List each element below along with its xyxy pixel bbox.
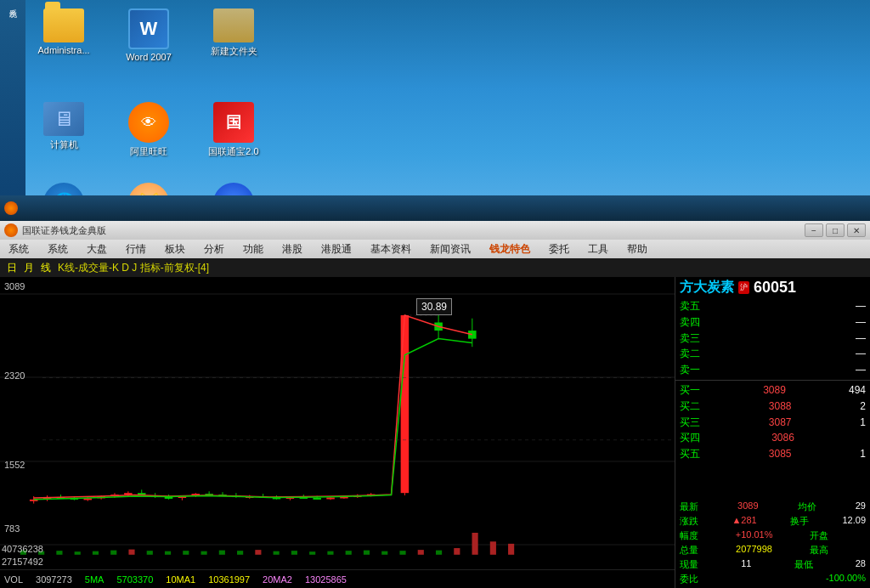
buy-five-label: 买五 — [680, 447, 700, 461]
ma10-label: 10MA1 — [166, 574, 195, 585]
menu-bankuai[interactable]: 板块 — [161, 240, 189, 258]
buy-three-row: 买三 3087 1 — [675, 415, 870, 431]
stat-cur-label: 现量 — [680, 558, 698, 571]
menu-xinwenzixun[interactable]: 新闻资讯 — [426, 240, 475, 258]
stat-open-label: 开盘 — [810, 529, 828, 542]
guolian-label: 国联通宝2.0 — [208, 145, 258, 158]
sell-three-price: — — [856, 331, 866, 346]
stat-avg-label: 均价 — [798, 500, 816, 513]
chart-toolbar: 日 月 线 K线-成交量-K D J 指标-前复权-[4] — [0, 258, 870, 277]
buy-three-price: 3087 — [769, 416, 792, 430]
admin-label: Administra... — [37, 45, 89, 55]
sell-one-price: — — [856, 363, 866, 377]
title-bar-text: 国联证券钱龙金典版 — [22, 224, 805, 237]
sell-four-price: — — [856, 315, 866, 330]
ma5-label: 5MA — [85, 574, 105, 585]
title-bar: 国联证券钱龙金典版 − □ ✕ — [0, 221, 870, 240]
menu-bangzhu[interactable]: 帮助 — [623, 240, 652, 258]
ma20-label: 20MA2 — [263, 574, 292, 585]
guolian-icon-img: 国 — [213, 102, 254, 143]
menu-dapan[interactable]: 大盘 — [82, 240, 111, 258]
stat-change-row: 涨跌 ▲281 换手 12.09 — [680, 514, 866, 529]
stat-latest-label: 最新 — [680, 500, 698, 513]
menu-qianlongtese[interactable]: 钱龙特色 — [485, 240, 534, 258]
sell-two-row: 卖二 — — [675, 346, 870, 362]
buy-three-qty: 1 — [860, 416, 866, 430]
stock-name: 方大炭素 — [680, 279, 734, 297]
stat-low-label: 最低 — [794, 558, 813, 571]
restore-button[interactable]: □ — [826, 223, 845, 237]
sell-three-row: 卖三 — — [675, 331, 870, 347]
stock-code: 60051 — [754, 279, 796, 297]
sell-two-price: — — [856, 347, 866, 361]
stats-section: 最新 3089 均价 29 涨跌 ▲281 换手 12.09 幅度 +10.01… — [675, 498, 870, 588]
y-val-bottom: 783 — [4, 523, 20, 534]
buy-five-row: 买五 3085 1 — [675, 446, 870, 462]
stock-badge: 沪 — [738, 281, 749, 294]
menu-jibenziliao[interactable]: 基本资料 — [366, 240, 415, 258]
new-folder-icon[interactable]: 新建文件夹 — [204, 8, 263, 62]
buy-one-price: 3089 — [763, 383, 786, 398]
stat-latest-row: 最新 3089 均价 29 — [680, 500, 866, 514]
menu-gongneng[interactable]: 功能 — [239, 240, 268, 258]
stat-weibi-label: 委比 — [680, 573, 698, 585]
icon-row-2: 🖥 计算机 👁 阿里旺旺 国 国联通宝2.0 — [34, 102, 263, 158]
menu-ganggu[interactable]: 港股 — [278, 240, 307, 258]
word-label: Word 2007 — [126, 52, 172, 62]
computer-icon[interactable]: 🖥 计算机 — [34, 102, 93, 158]
taskbar-left: 系统 — [0, 0, 25, 221]
menu-ganggutong[interactable]: 港股通 — [317, 240, 356, 258]
chart-area[interactable]: 3089 2320 1552 783 30.89 VOL 3097273 5MA… — [0, 277, 675, 588]
stat-cur-value: 11 — [741, 558, 751, 571]
admin-folder-icon[interactable]: Administra... — [34, 8, 93, 62]
y-val-2: 2320 — [4, 370, 25, 381]
menu-system1[interactable]: 系统 — [4, 240, 33, 258]
menu-system2[interactable]: 系统 — [43, 240, 72, 258]
menu-weituo[interactable]: 委托 — [545, 240, 573, 258]
computer-label: 计算机 — [50, 139, 78, 151]
minimize-button[interactable]: − — [805, 223, 823, 237]
stat-cur-row: 现量 11 最低 28 — [680, 557, 866, 572]
stat-turnover-label: 换手 — [790, 515, 809, 528]
sell-three-label: 卖三 — [680, 331, 700, 346]
period-day[interactable]: 日 — [7, 261, 17, 275]
word-2007-icon[interactable]: W Word 2007 — [119, 8, 178, 62]
stat-vol-value: 2077998 — [736, 544, 772, 557]
stat-pct-row: 幅度 +10.01% 开盘 — [680, 529, 866, 543]
stat-avg-value: 29 — [856, 500, 866, 513]
desktop-icons: Administra... W Word 2007 新建文件夹 — [34, 8, 263, 79]
stat-weibi-row: 委比 -100.00% — [680, 572, 866, 586]
word-icon-img: W — [128, 8, 169, 49]
stat-pct-label: 幅度 — [680, 529, 698, 542]
desktop: 系统 Administra... W Word 2007 新建文件夹 🖥 计算机 — [0, 0, 870, 221]
sell-one-row: 卖一 — — [675, 362, 870, 378]
line-type[interactable]: 线 — [41, 261, 51, 275]
icon-row-1: Administra... W Word 2007 新建文件夹 — [34, 8, 263, 62]
buy-two-price: 3088 — [769, 399, 792, 414]
menu-fenxi[interactable]: 分析 — [200, 240, 229, 258]
stat-change-label: 涨跌 — [680, 515, 698, 528]
aliwang-icon[interactable]: 👁 阿里旺旺 — [119, 102, 178, 158]
start-icon — [4, 201, 18, 215]
ma10-value: 10361997 — [208, 574, 250, 585]
vol-label: VOL — [4, 574, 23, 585]
stat-weibi-value: -100.00% — [826, 573, 866, 585]
close-button[interactable]: ✕ — [847, 223, 866, 237]
buy-one-label: 买一 — [680, 383, 700, 398]
stat-pct-value: +10.01% — [736, 529, 773, 542]
guolian-icon[interactable]: 国 国联通宝2.0 — [204, 102, 263, 158]
period-month[interactable]: 月 — [24, 261, 34, 275]
order-book: 卖五 — 卖四 — 卖三 — 卖二 — 卖一 — — [675, 298, 870, 498]
taskbar-bottom — [0, 195, 870, 221]
buy-three-label: 买三 — [680, 416, 700, 430]
buy-four-price: 3086 — [771, 431, 794, 445]
menu-hangqing[interactable]: 行情 — [121, 240, 150, 258]
menu-gongju[interactable]: 工具 — [584, 240, 613, 258]
buy-four-row: 买四 3086 — [675, 430, 870, 446]
right-panel: 方大炭素 沪 60051 卖五 — 卖四 — 卖三 — — [675, 277, 870, 588]
stock-header: 方大炭素 沪 60051 — [675, 277, 870, 298]
menu-bar: 系统 系统 大盘 行情 板块 分析 功能 港股 港股通 基本资料 新闻资讯 钱龙… — [0, 240, 870, 258]
y-val-3: 1552 — [4, 460, 25, 470]
stat-vol-row: 总量 2077998 最高 — [680, 543, 866, 557]
stat-change-value: ▲281 — [732, 515, 756, 528]
